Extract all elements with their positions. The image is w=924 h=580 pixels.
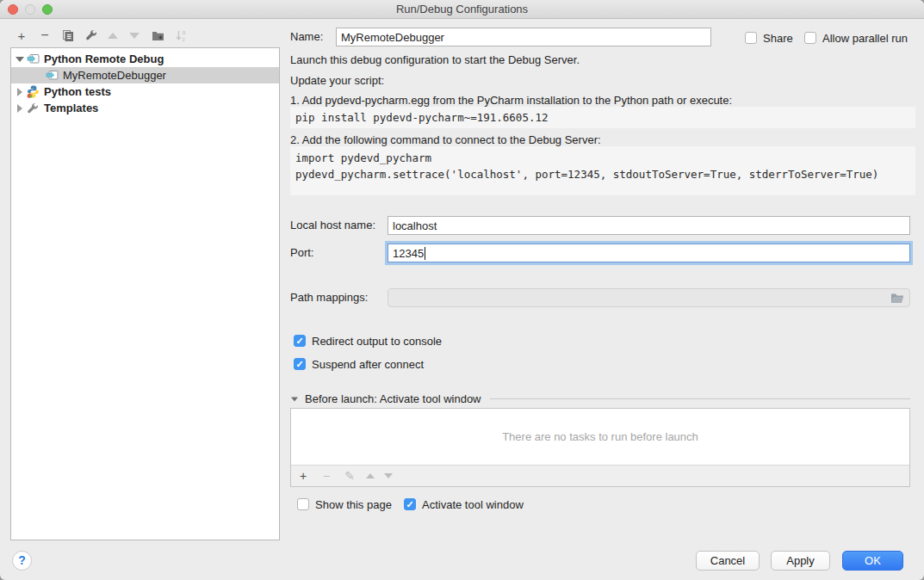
edit-task-icon: ✎ [343,469,357,483]
folder-add-icon [152,30,164,41]
redirect-output-checkbox-row[interactable]: ✓ Redirect output to console [294,334,442,348]
tree-item-myremotedebugger[interactable]: MyRemoteDebugger [11,67,279,83]
tree-item-label: Templates [44,102,98,114]
activate-tool-window-label: Activate tool window [422,498,524,511]
tree-item-label: Python Remote Debug [44,52,164,65]
edit-templates-icon[interactable] [83,27,100,44]
allow-parallel-run-label: Allow parallel run [822,32,908,45]
run-config-icon [46,70,59,82]
show-this-page-label: Show this page [315,498,392,511]
tasks-toolbar: + − ✎ [291,465,909,486]
name-input[interactable] [336,28,711,46]
move-task-down-icon [384,473,393,478]
before-launch-title: Before launch: Activate tool window [305,392,481,405]
ok-button[interactable]: OK [842,551,903,571]
show-this-page-checkbox[interactable]: ✓ [297,498,309,510]
remove-configuration-icon[interactable]: − [36,27,53,44]
sort-configurations-icon: a z [172,27,189,44]
run-config-icon [27,53,40,65]
share-label: Share [763,32,793,45]
add-task-icon[interactable]: + [296,469,310,483]
empty-tasks-message: There are no tasks to run before launch [291,409,909,465]
settrace-code-block: import pydevd_pycharm pydevd_pycharm.set… [290,146,915,195]
share-checkbox-row[interactable]: ✓ Share [745,31,793,45]
path-mappings-label: Path mappings: [290,288,368,307]
before-launch-tasks-panel: There are no tasks to run before launch … [290,408,910,487]
python-tests-icon [27,86,40,98]
redirect-output-checkbox[interactable]: ✓ [294,335,306,347]
instruction-step-2: 2. Add the following command to connect … [290,133,601,146]
browse-folder-icon[interactable] [890,293,904,304]
wrench-icon [27,102,40,114]
run-debug-configurations-dialog: Run/Debug Configurations + − a z [0,0,924,580]
configurations-tree: Python Remote Debug MyRemoteDebugger [10,47,280,540]
suspend-after-connect-checkbox-row[interactable]: ✓ Suspend after connect [294,357,424,371]
apply-button[interactable]: Apply [771,551,830,571]
add-configuration-icon[interactable]: + [13,27,30,44]
port-label: Port: [290,244,313,262]
svg-text:z: z [183,36,186,42]
section-divider [490,398,910,399]
instruction-line-1: Launch this debug configuration to start… [290,53,580,66]
move-down-icon [126,27,143,44]
tree-item-templates[interactable]: Templates [11,100,279,116]
activate-tool-window-checkbox-row[interactable]: ✓ Activate tool window [404,497,524,511]
text-caret [425,247,425,260]
chevron-expanded-icon[interactable] [16,57,24,62]
redirect-output-label: Redirect output to console [312,335,442,348]
chevron-collapsed-icon[interactable] [17,104,22,113]
chevron-expanded-icon[interactable] [291,397,298,401]
local-host-name-input[interactable] [388,216,910,235]
move-up-icon [104,27,121,44]
activate-tool-window-checkbox[interactable]: ✓ [404,498,416,510]
wrench-icon [85,29,97,41]
code-line-1: import pydevd_pycharm [295,151,431,164]
allow-parallel-run-checkbox[interactable]: ✓ [804,32,816,44]
suspend-after-connect-checkbox[interactable]: ✓ [294,358,306,370]
copy-icon [62,29,74,41]
instruction-step-1: 1. Add pydevd-pycharm.egg from the PyCha… [290,94,732,107]
new-folder-icon[interactable] [149,27,166,44]
instruction-line-2: Update your script: [290,74,384,87]
allow-parallel-run-checkbox-row[interactable]: ✓ Allow parallel run [804,31,908,45]
code-line-2: pydevd_pycharm.settrace('localhost', por… [295,168,878,181]
tree-item-python-remote-debug[interactable]: Python Remote Debug [11,51,279,67]
help-button[interactable]: ? [12,551,32,571]
copy-configuration-icon[interactable] [59,27,77,44]
remove-task-icon: − [319,469,333,483]
help-question-icon: ? [18,553,26,567]
share-checkbox[interactable]: ✓ [745,32,757,44]
show-this-page-checkbox-row[interactable]: ✓ Show this page [297,497,392,511]
move-task-up-icon [366,473,375,478]
cancel-button[interactable]: Cancel [696,551,760,571]
name-label: Name: [290,28,323,46]
port-input[interactable] [388,244,910,262]
svg-text:a: a [183,29,186,35]
local-host-name-label: Local host name: [290,216,375,235]
sort-az-icon: a z [175,29,187,42]
pip-install-code-block: pip install pydevd-pycharm~=191.6605.12 [290,107,915,128]
chevron-collapsed-icon[interactable] [17,88,22,96]
configuration-editor: Name: ✓ Share ✓ Allow parallel run Launc… [290,0,915,580]
tree-item-label: MyRemoteDebugger [63,69,166,82]
tree-item-python-tests[interactable]: Python tests [11,83,279,100]
path-mappings-field[interactable] [388,288,910,307]
suspend-after-connect-label: Suspend after connect [312,358,424,371]
before-launch-header[interactable]: Before launch: Activate tool window [290,392,910,405]
tree-item-label: Python tests [44,85,111,98]
